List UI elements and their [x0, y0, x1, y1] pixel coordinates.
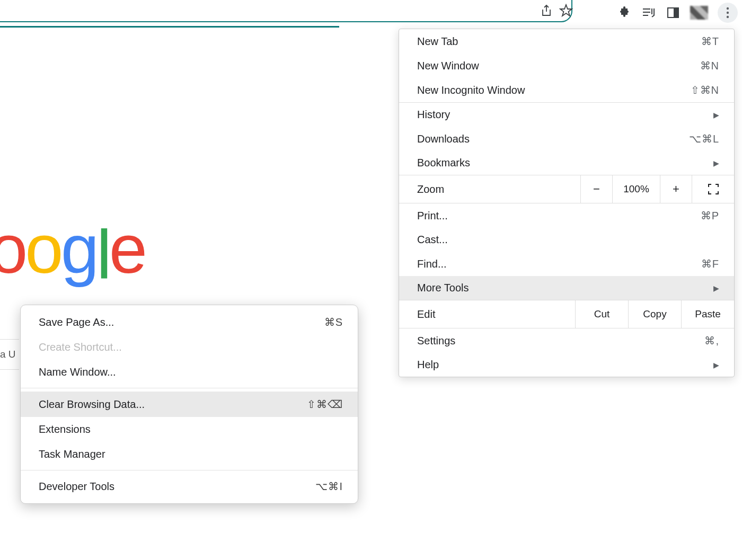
menu-label: Task Manager: [39, 448, 105, 460]
menu-label: Clear Browsing Data...: [39, 398, 145, 411]
menu-label: Zoom: [399, 183, 580, 195]
main-menu-button[interactable]: [718, 3, 738, 23]
zoom-out-button[interactable]: −: [580, 175, 612, 203]
menu-bookmarks[interactable]: Bookmarks ▶: [399, 151, 734, 175]
menu-find[interactable]: Find... ⌘F: [399, 252, 734, 276]
submenu-arrow-icon: ▶: [713, 111, 719, 119]
menu-label: Downloads: [417, 133, 470, 145]
menu-label: Help: [417, 359, 439, 371]
browser-toolbar: [0, 0, 742, 24]
browser-divider: [0, 26, 339, 28]
menu-shortcut: ⌘P: [701, 209, 719, 222]
menu-label: Create Shortcut...: [39, 341, 122, 353]
menu-label: New Window: [417, 60, 479, 72]
menu-label: Extensions: [39, 423, 91, 435]
menu-label: Developer Tools: [39, 481, 114, 493]
menu-help[interactable]: Help ▶: [399, 353, 734, 377]
google-logo: oogle: [0, 209, 145, 289]
menu-divider: [21, 470, 358, 470]
submenu-task-manager[interactable]: Task Manager: [21, 442, 358, 467]
more-tools-submenu: Save Page As... ⌘S Create Shortcut... Na…: [20, 305, 358, 504]
submenu-name-window[interactable]: Name Window...: [21, 360, 358, 385]
fullscreen-button[interactable]: [692, 175, 734, 203]
menu-label: More Tools: [417, 282, 469, 294]
chrome-main-menu: New Tab ⌘T New Window ⌘N New Incognito W…: [399, 29, 735, 377]
menu-shortcut: ⌘,: [704, 334, 719, 347]
submenu-save-page-as[interactable]: Save Page As... ⌘S: [21, 309, 358, 335]
svg-point-2: [727, 7, 729, 10]
menu-label: Bookmarks: [417, 157, 470, 169]
extensions-icon[interactable]: [617, 5, 632, 20]
menu-shortcut: ⇧⌘⌫: [307, 398, 343, 411]
edit-paste-button[interactable]: Paste: [681, 300, 734, 328]
menu-history[interactable]: History ▶: [399, 103, 734, 127]
menu-shortcut: ⌘N: [700, 59, 719, 72]
submenu-arrow-icon: ▶: [713, 284, 719, 292]
submenu-clear-browsing-data[interactable]: Clear Browsing Data... ⇧⌘⌫: [21, 392, 358, 417]
address-bar[interactable]: [0, 0, 572, 22]
zoom-in-button[interactable]: +: [660, 175, 692, 203]
menu-label: New Incognito Window: [417, 84, 525, 96]
menu-label: New Tab: [417, 35, 458, 48]
menu-new-incognito[interactable]: New Incognito Window ⇧⌘N: [399, 78, 734, 102]
profile-avatar[interactable]: [690, 6, 708, 20]
menu-shortcut: ⇧⌘N: [691, 84, 719, 96]
menu-label: History: [417, 109, 450, 121]
svg-point-3: [727, 12, 729, 14]
zoom-level: 100%: [612, 175, 660, 203]
edit-cut-button[interactable]: Cut: [575, 300, 628, 328]
menu-shortcut: ⌘S: [324, 316, 343, 328]
menu-new-tab[interactable]: New Tab ⌘T: [399, 29, 734, 54]
menu-label: Print...: [417, 210, 448, 222]
menu-shortcut: ⌥⌘I: [315, 480, 343, 493]
menu-cast[interactable]: Cast...: [399, 228, 734, 252]
menu-label: Edit: [399, 308, 575, 321]
menu-label: Find...: [417, 258, 447, 270]
submenu-arrow-icon: ▶: [713, 361, 719, 369]
submenu-arrow-icon: ▶: [713, 159, 719, 167]
svg-point-4: [727, 16, 729, 18]
share-icon[interactable]: [539, 3, 554, 18]
side-panel-icon[interactable]: [666, 5, 681, 20]
submenu-create-shortcut: Create Shortcut...: [21, 335, 358, 360]
menu-new-window[interactable]: New Window ⌘N: [399, 54, 734, 78]
reading-list-icon[interactable]: [641, 5, 656, 20]
bookmark-star-icon[interactable]: [559, 3, 573, 18]
menu-downloads[interactable]: Downloads ⌥⌘L: [399, 127, 734, 151]
menu-print[interactable]: Print... ⌘P: [399, 203, 734, 228]
menu-divider: [21, 388, 358, 388]
menu-more-tools[interactable]: More Tools ▶: [399, 276, 734, 300]
svg-rect-1: [674, 8, 678, 17]
menu-settings[interactable]: Settings ⌘,: [399, 328, 734, 353]
menu-label: Settings: [417, 335, 455, 347]
menu-label: Cast...: [417, 234, 448, 246]
submenu-extensions[interactable]: Extensions: [21, 417, 358, 442]
menu-shortcut: ⌘T: [701, 35, 719, 48]
submenu-developer-tools[interactable]: Developer Tools ⌥⌘I: [21, 474, 358, 499]
menu-label: Save Page As...: [39, 316, 114, 328]
menu-shortcut: ⌥⌘L: [689, 132, 719, 145]
menu-zoom-row: Zoom − 100% +: [399, 175, 734, 203]
search-text-fragment: a U: [0, 339, 19, 370]
menu-label: Name Window...: [39, 366, 116, 378]
menu-shortcut: ⌘F: [701, 257, 719, 270]
edit-copy-button[interactable]: Copy: [628, 300, 681, 328]
menu-edit-row: Edit Cut Copy Paste: [399, 300, 734, 328]
